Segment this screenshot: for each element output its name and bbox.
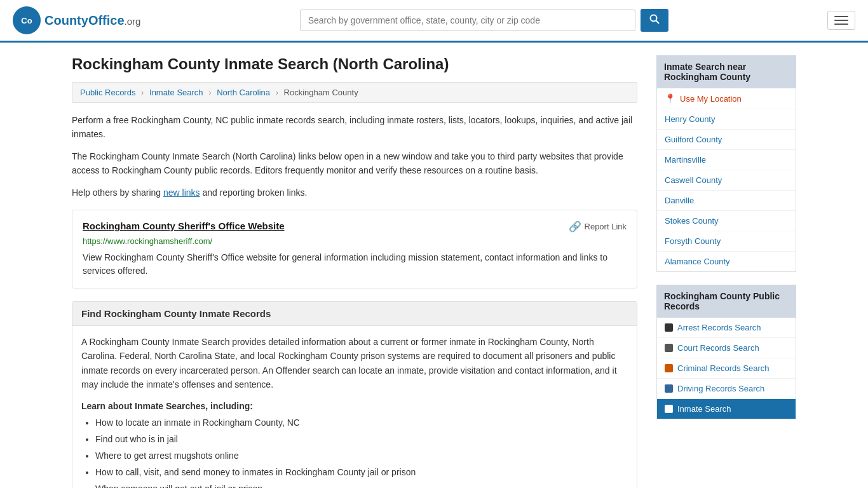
sidebar-nearby-title: Inmate Search near Rockingham County <box>656 55 796 88</box>
svg-point-2 <box>650 15 656 22</box>
sidebar-item-use-location[interactable]: 📍 Use My Location <box>657 88 796 109</box>
link-card: Rockingham County Sheriff's Office Websi… <box>72 210 637 288</box>
list-item: How to locate an inmate in Rockingham Co… <box>95 416 628 430</box>
driving-icon <box>665 384 673 393</box>
intro3-post: and reporting broken links. <box>200 187 308 198</box>
logo-area: Co CountyOffice.org <box>13 6 140 34</box>
menu-button[interactable] <box>827 11 855 30</box>
search-input[interactable] <box>300 10 635 31</box>
breadcrumb-inmate-search[interactable]: Inmate Search <box>149 88 203 97</box>
sidebar-item-criminal[interactable]: Criminal Records Search <box>657 358 796 379</box>
page-header: Co CountyOffice.org <box>0 0 868 43</box>
use-location-link[interactable]: Use My Location <box>680 94 742 104</box>
logo-text: CountyOffice.org <box>44 13 140 28</box>
arrest-link[interactable]: Arrest Records Search <box>677 323 761 332</box>
sidebar-item-danville[interactable]: Danville <box>657 191 796 211</box>
sidebar-nearby-list: 📍 Use My Location Henry County Guilford … <box>656 88 796 272</box>
find-records-header: Find Rockingham County Inmate Records <box>72 302 637 326</box>
sidebar-nearby-section: Inmate Search near Rockingham County 📍 U… <box>656 55 796 272</box>
sidebar-item-henry[interactable]: Henry County <box>657 109 796 130</box>
breadcrumb-sep-1: › <box>141 88 144 97</box>
intro-paragraph-1: Perform a free Rockingham County, NC pub… <box>72 113 637 142</box>
breadcrumb: Public Records › Inmate Search › North C… <box>72 82 637 103</box>
driving-link[interactable]: Driving Records Search <box>677 384 764 393</box>
intro-paragraph-3: Help others by sharing new links and rep… <box>72 186 637 200</box>
sidebar-item-driving[interactable]: Driving Records Search <box>657 379 796 399</box>
svg-line-3 <box>656 21 659 24</box>
report-icon: 🔗 <box>569 220 581 233</box>
sidebar-item-court[interactable]: Court Records Search <box>657 338 796 358</box>
pin-icon: 📍 <box>665 93 675 104</box>
forsyth-county-link[interactable]: Forsyth County <box>665 236 721 246</box>
inmate-icon <box>665 405 673 413</box>
sheriff-link[interactable]: Rockingham County Sheriff's Office Websi… <box>83 220 285 231</box>
stokes-county-link[interactable]: Stokes County <box>665 216 719 226</box>
report-label: Report Link <box>585 222 627 231</box>
sidebar-public-records-title: Rockingham County Public Records <box>656 285 796 318</box>
sidebar: Inmate Search near Rockingham County 📍 U… <box>656 55 796 488</box>
sidebar-item-caswell[interactable]: Caswell County <box>657 170 796 191</box>
court-icon <box>665 344 673 352</box>
list-item: When someone will get out of jail or pri… <box>95 482 628 488</box>
martinsville-link[interactable]: Martinsville <box>665 155 706 165</box>
breadcrumb-sep-3: › <box>276 88 278 97</box>
alamance-county-link[interactable]: Alamance County <box>665 257 730 266</box>
sidebar-item-arrest[interactable]: Arrest Records Search <box>657 318 796 338</box>
find-records-content: A Rockingham County Inmate Search provid… <box>72 326 637 488</box>
henry-county-link[interactable]: Henry County <box>665 114 715 124</box>
sidebar-item-inmate[interactable]: Inmate Search <box>657 399 796 419</box>
list-item: Where to get arrest mugshots online <box>95 449 628 463</box>
court-link[interactable]: Court Records Search <box>677 343 759 353</box>
breadcrumb-public-records[interactable]: Public Records <box>80 88 135 97</box>
search-area <box>300 9 668 32</box>
intro-paragraph-2: The Rockingham County Inmate Search (Nor… <box>72 149 637 178</box>
page-title: Rockingham County Inmate Search (North C… <box>72 55 637 73</box>
new-links[interactable]: new links <box>163 187 200 198</box>
criminal-icon <box>665 364 673 372</box>
breadcrumb-nc[interactable]: North Carolina <box>217 88 270 97</box>
find-records-section: Find Rockingham County Inmate Records A … <box>72 301 637 488</box>
sidebar-public-records-section: Rockingham County Public Records Arrest … <box>656 285 796 419</box>
guilford-county-link[interactable]: Guilford County <box>665 135 722 144</box>
breadcrumb-sep-2: › <box>208 88 211 97</box>
link-url: https://www.rockinghamsheriff.com/ <box>83 236 627 246</box>
svg-text:Co: Co <box>21 16 32 25</box>
sidebar-public-records-list: Arrest Records Search Court Records Sear… <box>656 318 796 419</box>
sidebar-item-forsyth[interactable]: Forsyth County <box>657 231 796 252</box>
breadcrumb-county: Rockingham County <box>284 88 358 97</box>
report-link-button[interactable]: 🔗 Report Link <box>569 220 627 233</box>
sidebar-item-alamance[interactable]: Alamance County <box>657 252 796 271</box>
arrest-icon <box>665 323 673 332</box>
list-item: Find out who is in jail <box>95 433 628 446</box>
intro3-pre: Help others by sharing <box>72 187 163 198</box>
criminal-link[interactable]: Criminal Records Search <box>677 363 770 373</box>
find-records-paragraph: A Rockingham County Inmate Search provid… <box>81 335 628 392</box>
link-title: Rockingham County Sheriff's Office Websi… <box>83 220 285 231</box>
inmate-link[interactable]: Inmate Search <box>677 404 731 414</box>
sidebar-item-guilford[interactable]: Guilford County <box>657 130 796 150</box>
content-area: Rockingham County Inmate Search (North C… <box>72 55 637 488</box>
learn-title: Learn about Inmate Searches, including: <box>81 401 628 411</box>
sidebar-item-stokes[interactable]: Stokes County <box>657 211 796 231</box>
link-description: View Rockingham County Sheriff's Office … <box>83 251 627 278</box>
caswell-county-link[interactable]: Caswell County <box>665 175 722 185</box>
list-item: How to call, visit, and send money to in… <box>95 466 628 479</box>
danville-link[interactable]: Danville <box>665 196 694 205</box>
main-container: Rockingham County Inmate Search (North C… <box>59 43 809 488</box>
sidebar-item-martinsville[interactable]: Martinsville <box>657 150 796 170</box>
learn-list: How to locate an inmate in Rockingham Co… <box>81 416 628 488</box>
logo-icon: Co <box>13 6 41 34</box>
search-button[interactable] <box>641 9 668 32</box>
